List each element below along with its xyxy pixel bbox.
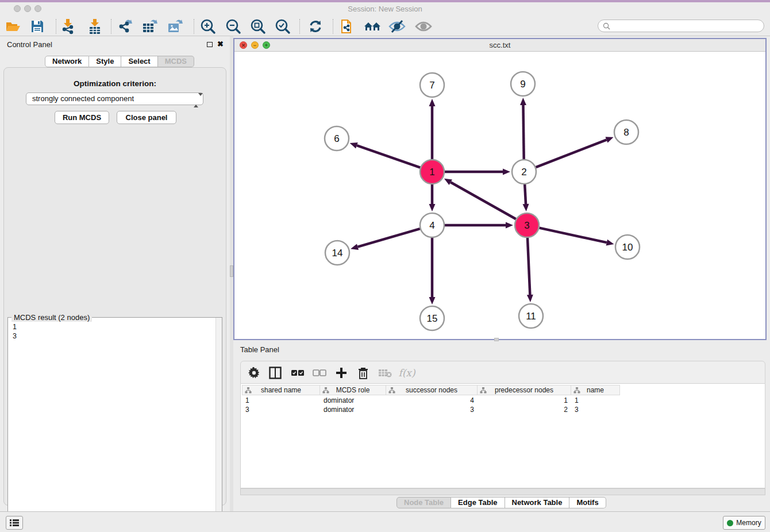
- open-file-button[interactable]: [3, 18, 23, 35]
- table-cell[interactable]: 3: [571, 405, 620, 414]
- show-all-button[interactable]: [414, 18, 433, 35]
- graph-edge-2-3[interactable]: [525, 184, 526, 204]
- delete-table-button[interactable]: [376, 364, 394, 381]
- column-header-name[interactable]: name: [571, 385, 620, 395]
- mcds-panel: Optimization criterion: strongly connect…: [3, 67, 226, 506]
- toolbar-separator: [333, 19, 333, 34]
- open-folder-icon: [6, 20, 21, 33]
- column-header-successor-nodes[interactable]: successor nodes: [386, 385, 478, 395]
- search-input[interactable]: [610, 22, 764, 30]
- tab-network-table[interactable]: Network Table: [505, 497, 570, 508]
- minimize-window-button[interactable]: [24, 5, 31, 12]
- tab-edge-table[interactable]: Edge Table: [451, 497, 505, 508]
- tab-network[interactable]: Network: [45, 56, 89, 67]
- graph-edge-3-1[interactable]: [451, 182, 516, 219]
- zoom-in-button[interactable]: [198, 18, 218, 35]
- graph-node-label-15: 15: [427, 313, 438, 324]
- tab-select[interactable]: Select: [121, 56, 157, 67]
- result-scrollbar[interactable]: [215, 318, 222, 532]
- zoom-fit-button[interactable]: [248, 18, 268, 35]
- zoom-out-button[interactable]: [224, 18, 243, 35]
- select-all-columns-button[interactable]: [289, 364, 306, 381]
- float-panel-icon[interactable]: [207, 42, 213, 47]
- graph-edge-1-6[interactable]: [357, 145, 420, 168]
- table-settings-button[interactable]: [245, 364, 263, 381]
- save-session-button[interactable]: [28, 18, 47, 35]
- table-cell[interactable]: 1: [478, 396, 571, 405]
- unselect-all-columns-button[interactable]: [311, 364, 328, 381]
- graph-edge-arrowhead: [351, 244, 359, 250]
- network-close-button[interactable]: ✕: [240, 41, 247, 49]
- refresh-icon: [308, 19, 323, 34]
- graph-node-label-3: 3: [524, 220, 529, 231]
- column-header-MCDS-role[interactable]: MCDS role: [320, 385, 386, 395]
- first-neighbors-button[interactable]: [363, 18, 382, 35]
- save-icon: [31, 20, 44, 33]
- task-history-button[interactable]: [6, 516, 23, 530]
- delete-column-button[interactable]: [355, 364, 372, 381]
- close-panel-button[interactable]: Close panel: [117, 111, 176, 124]
- table-cell[interactable]: 3: [242, 405, 320, 414]
- graph-edge-arrowhead: [527, 295, 533, 302]
- export-network-button[interactable]: [116, 18, 135, 35]
- import-table-button[interactable]: [85, 18, 105, 35]
- memory-button[interactable]: Memory: [723, 516, 765, 530]
- network-maximize-button[interactable]: +: [263, 41, 270, 49]
- graph-node-label-8: 8: [623, 127, 629, 138]
- refresh-button[interactable]: [306, 18, 325, 35]
- export-image-icon: [167, 18, 183, 34]
- run-mcds-button[interactable]: Run MCDS: [55, 111, 109, 124]
- table-cell[interactable]: 1: [571, 396, 620, 405]
- import-table-icon: [88, 18, 102, 34]
- show-columns-button[interactable]: [267, 364, 284, 381]
- table-cell[interactable]: dominator: [320, 405, 386, 414]
- eye-icon: [415, 20, 432, 33]
- criterion-select[interactable]: strongly connected component: [26, 92, 203, 105]
- table-hscrollbar[interactable]: [240, 488, 765, 495]
- columns-icon: [269, 367, 282, 379]
- graph-edge-2-8[interactable]: [536, 140, 607, 167]
- close-panel-icon[interactable]: ✖: [217, 40, 224, 48]
- table-cell[interactable]: dominator: [320, 396, 386, 405]
- tab-node-table[interactable]: Node Table: [396, 497, 451, 508]
- clone-network-button[interactable]: [337, 18, 357, 35]
- network-minimize-button[interactable]: −: [251, 41, 259, 49]
- column-header-predecessor-nodes[interactable]: predecessor nodes: [478, 385, 571, 395]
- zoom-selected-icon: [275, 18, 291, 34]
- criterion-value: strongly connected component: [32, 94, 134, 103]
- horizontal-splitter-handle[interactable]: [494, 338, 499, 341]
- export-table-button[interactable]: [140, 18, 160, 35]
- table-cell[interactable]: 3: [386, 405, 478, 414]
- table-cell[interactable]: 2: [478, 405, 571, 414]
- close-window-button[interactable]: [14, 5, 21, 12]
- graph-node-label-1: 1: [429, 167, 434, 178]
- tab-mcds[interactable]: MCDS: [158, 56, 194, 67]
- graph-edge-2-9[interactable]: [523, 105, 523, 159]
- maximize-window-button[interactable]: [34, 5, 41, 12]
- mcds-result-text[interactable]: 1 3: [13, 322, 17, 341]
- export-image-button[interactable]: [165, 18, 185, 35]
- hide-selected-button[interactable]: [387, 18, 407, 35]
- tab-style[interactable]: Style: [89, 56, 121, 67]
- graph-edge-3-11[interactable]: [528, 238, 530, 295]
- graph-edge-3-10[interactable]: [539, 228, 606, 242]
- create-column-button[interactable]: [333, 364, 350, 381]
- network-canvas[interactable]: 7968124314101511: [234, 52, 765, 339]
- search-box[interactable]: [598, 20, 764, 32]
- tab-motifs[interactable]: Motifs: [569, 497, 606, 508]
- function-builder-button[interactable]: f(x): [398, 364, 415, 381]
- column-header-shared-name[interactable]: shared name: [242, 385, 320, 395]
- import-network-button[interactable]: [58, 18, 78, 35]
- table-cell[interactable]: 1: [242, 396, 320, 405]
- zoom-selected-button[interactable]: [273, 18, 292, 35]
- graph-edge-4-14[interactable]: [358, 229, 420, 247]
- network-window-titlebar[interactable]: ✕ − + scc.txt: [234, 39, 765, 52]
- table-row[interactable]: 3dominator323: [242, 405, 620, 414]
- table-cell[interactable]: 4: [386, 396, 478, 405]
- graph-edge-arrowhead: [523, 204, 529, 211]
- graph-edge-arrowhead: [429, 99, 436, 106]
- export-network-icon: [117, 18, 133, 34]
- hierarchy-icon: [245, 387, 252, 394]
- toolbar-separator: [111, 19, 111, 34]
- table-row[interactable]: 1dominator411: [242, 396, 620, 405]
